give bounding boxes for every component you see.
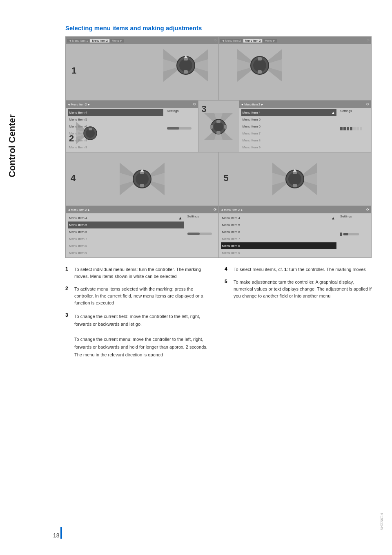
inst4-text: To select menu items, cf. 1: turn the co… — [234, 266, 366, 273]
svg-point-24 — [288, 172, 301, 186]
diagram-row-1: ◄ Menu item 1 Menu item 2 Menu ► ⟳ 1 — [66, 37, 371, 101]
panel8-slider-track — [343, 233, 359, 235]
instruction-item-5: 5 To make adjustments: turn the controll… — [225, 279, 372, 300]
panel7-right: Settings — [186, 213, 218, 257]
main-content: Selecting menu items and making adjustme… — [24, 25, 380, 358]
panel4-right: Settings — [339, 108, 371, 152]
panel8-up-arrow: ▲ — [331, 215, 335, 221]
panel2-tab2: Menu item 3 — [243, 39, 263, 43]
diagram-panel-8: ◄ Menu item 2 ► ⟳ Menu Item 4 ▲ Menu Ite… — [219, 206, 372, 257]
panel4-item-4-label: Menu Item 4 — [243, 110, 261, 116]
inst3-text-2: To change the current menu: move the con… — [74, 337, 207, 357]
panel8-item-5: Menu Item 5 — [221, 222, 337, 228]
panel8-item-7: Menu Item 7 — [221, 235, 337, 242]
panel8-list: Menu Item 4 ▲ Menu Item 5 Menu Item 6 Me… — [219, 213, 339, 257]
diagram-panel-1: ◄ Menu item 1 Menu item 2 Menu ► ⟳ 1 — [66, 37, 219, 100]
controller-svg-6 — [270, 159, 319, 199]
ind-block-3 — [347, 127, 349, 130]
page: Control Center 18 RE951249 Selecting men… — [0, 0, 392, 555]
panel3-slider — [167, 127, 192, 130]
svg-point-1 — [179, 59, 192, 72]
panel4-indicator — [340, 127, 370, 130]
instruction-item-1: 1 To select individual menu items: turn … — [65, 266, 212, 280]
panel1-tab2: Menu item 2 — [90, 39, 109, 43]
ind-block-6 — [356, 127, 359, 130]
page-bar-accent — [60, 527, 62, 539]
ind-block-4 — [350, 127, 352, 130]
panel4-item-4: Menu Item 4 ▲ — [241, 109, 337, 116]
instructions-right-col: 4 To select menu items, cf. 1: turn the … — [225, 266, 372, 358]
panel3-settings-label: Settings — [167, 109, 196, 113]
panel8-item-8: Menu Item 8 — [221, 242, 337, 249]
svg-rect-11 — [89, 128, 92, 130]
controller-svg-4 — [200, 111, 237, 142]
ind-block-5 — [353, 127, 356, 130]
panel7-item-8: Menu Item 8 — [68, 242, 184, 249]
panel7-body: Menu Item 4 ▲ Menu Item 5 Menu Item 6 Me… — [66, 213, 218, 257]
panel8-right: Settings — [339, 213, 371, 257]
panel1-tab3: Menu ► — [110, 39, 124, 43]
diagram-panel-6: 5 — [219, 152, 372, 206]
diagram-panel-4: ◄ Menu item 2 ► ⟳ Menu Item 4 ▲ Menu Ite… — [239, 101, 372, 152]
svg-rect-14 — [216, 120, 220, 123]
panel7-item-7: Menu Item 7 — [68, 235, 184, 242]
panel4-refresh-icon: ⟳ — [366, 102, 370, 106]
instructions-grid: 1 To select individual menu items: turn … — [65, 266, 372, 358]
ind-block-1 — [340, 127, 343, 130]
inst3-text-1: To change the current field: move the co… — [74, 314, 200, 327]
panel3-menu-title: ◄ Menu item 2 ► — [67, 103, 90, 106]
diagram-row-2: ◄ Menu item 2 ► ⟳ Menu Item 4 Menu Item … — [66, 101, 371, 152]
panel1-refresh-icon: ⟳ — [214, 38, 217, 43]
panel1-tabbar: ◄ Menu item 1 Menu item 2 Menu ► ⟳ — [66, 37, 218, 44]
panel4-item-6: Menu Item 6 — [241, 123, 337, 130]
panel3-controller — [74, 120, 107, 148]
panel2-tabbar: ◄ Menu item 2 Menu item 3 Menu ► ⟳ — [219, 37, 372, 44]
panel7-slider-fill — [187, 233, 200, 235]
inst5-num: 5 — [225, 279, 230, 284]
panel4-item-5: Menu Item 5 — [241, 116, 337, 123]
instruction-item-2: 2 To activate menu items selected with t… — [65, 286, 212, 307]
diagram-container: ◄ Menu item 1 Menu item 2 Menu ► ⟳ 1 — [65, 36, 372, 258]
panel8-item-9: Menu Item 9 — [221, 249, 337, 256]
panel8-body: Menu Item 4 ▲ Menu Item 5 Menu Item 6 Me… — [219, 213, 372, 257]
diagram-panel-7: ◄ Menu item 2 ► ⟳ Menu Item 4 ▲ Menu Ite… — [66, 206, 219, 257]
step-1-label: 1 — [71, 65, 76, 76]
panel7-refresh-icon: ⟳ — [214, 208, 217, 212]
panel3-header: ◄ Menu item 2 ► ⟳ — [66, 101, 198, 108]
step-3-label: 3 — [202, 104, 207, 114]
diagram-panel-2: ◄ Menu item 2 Menu item 3 Menu ► ⟳ — [219, 37, 372, 100]
panel7-item-4-label: Menu Item 4 — [69, 215, 87, 221]
panel7-header: ◄ Menu item 2 ► ⟳ — [66, 206, 218, 213]
step-4-label: 4 — [71, 173, 76, 184]
panel4-body: Menu Item 4 ▲ Menu Item 5 Menu Item 6 Me… — [239, 108, 372, 152]
diagram-panel-step3: 3 — [198, 101, 239, 152]
panel8-header: ◄ Menu item 2 ► ⟳ — [219, 206, 372, 213]
inst2-text: To activate menu items selected with the… — [74, 286, 212, 307]
inst2-num: 2 — [65, 286, 71, 291]
panel7-slider — [187, 233, 212, 235]
panel4-item-7: Menu Item 7 — [241, 130, 337, 137]
panel2-refresh-icon: ⟳ — [367, 38, 370, 43]
panel7-settings-label: Settings — [187, 215, 217, 218]
svg-rect-16 — [210, 125, 213, 129]
panel8-settings-label: Settings — [340, 215, 370, 218]
panel4-item-8: Menu Item 8 — [241, 137, 337, 144]
panel4-item-9: Menu Item 9 — [241, 144, 337, 151]
inst3-num: 3 — [65, 312, 71, 318]
step-5-label: 5 — [224, 173, 229, 184]
sidebar-title: Control Center — [7, 114, 18, 177]
inst4-num: 4 — [225, 266, 230, 272]
panel8-item-6: Menu Item 6 — [221, 228, 337, 235]
panel3-refresh-icon: ⟳ — [193, 102, 196, 106]
panel4-header: ◄ Menu item 2 ► ⟳ — [239, 101, 372, 108]
panel8-indicator — [340, 233, 370, 236]
svg-rect-21 — [140, 184, 144, 187]
page-number: 18 — [53, 532, 60, 539]
diagram-row-4: ◄ Menu item 2 ► ⟳ Menu Item 4 ▲ Menu Ite… — [66, 206, 371, 257]
panel2-tab3: Menu ► — [263, 39, 277, 43]
panel4-settings-label: Settings — [340, 109, 370, 113]
svg-rect-15 — [216, 131, 220, 134]
panel3-slider-fill — [167, 127, 179, 130]
step-2-label: 2 — [69, 133, 74, 144]
panel4-up-arrow: ▲ — [331, 110, 335, 116]
